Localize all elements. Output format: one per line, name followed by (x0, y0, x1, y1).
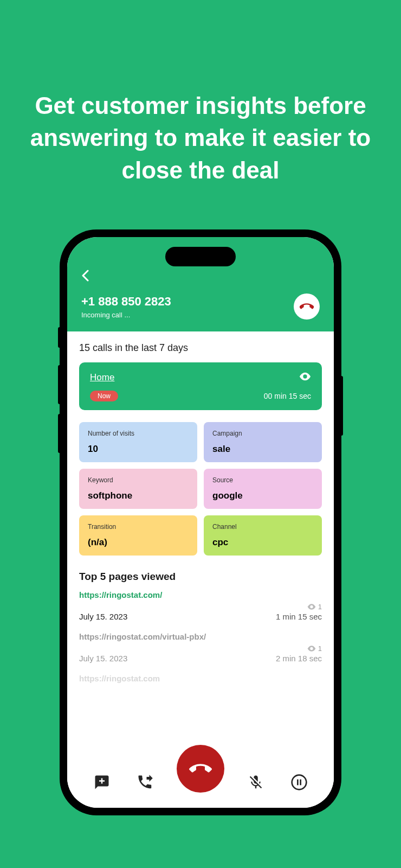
svg-rect-3 (300, 780, 301, 786)
stat-label: Channel (212, 523, 313, 531)
end-call-button[interactable] (177, 745, 224, 793)
insights-content: 15 calls in the last 7 days Home Now 00 … (67, 331, 334, 808)
stat-value: google (212, 490, 313, 501)
page-duration: 1 min 15 sec (276, 612, 322, 621)
call-bottom-bar (67, 760, 334, 808)
phone-power-button (341, 376, 343, 436)
svg-rect-2 (297, 780, 299, 786)
call-status: Incoming call ... (81, 311, 171, 319)
hold-button[interactable] (287, 770, 311, 794)
pause-circle-icon (290, 774, 308, 791)
stat-card-source: Source google (204, 469, 322, 509)
svg-point-0 (304, 375, 306, 378)
stat-value: cpc (212, 537, 313, 548)
stat-value: (n/a) (88, 537, 189, 548)
mute-button[interactable] (244, 770, 268, 794)
page-date: July 15. 2023 (79, 654, 127, 663)
phone-hangup-icon (189, 757, 212, 780)
add-note-button[interactable] (90, 770, 114, 794)
caller-info: +1 888 850 2823 Incoming call ... (81, 295, 171, 319)
mic-off-icon (248, 774, 264, 790)
eye-icon (307, 646, 316, 652)
stat-label: Campaign (212, 430, 313, 437)
decline-call-button[interactable] (294, 293, 320, 320)
call-forward-icon (137, 774, 153, 790)
page-views: 1 (276, 644, 322, 653)
page-url: https://ringostat.com/virtual-pbx/ (79, 632, 322, 641)
phone-notch (165, 247, 236, 266)
marketing-headline: Get customer insights before answering t… (0, 90, 401, 186)
phone-hangup-icon (300, 299, 314, 314)
live-duration: 00 min 15 sec (264, 392, 311, 400)
stat-label: Keyword (88, 476, 189, 484)
phone-volume-up (58, 365, 60, 404)
stat-value: softphone (88, 490, 189, 501)
page-date: July 15. 2023 (79, 612, 127, 621)
stats-grid: Number of visits 10 Campaign sale Keywor… (79, 422, 322, 556)
page-url: https://ringostat.com (79, 674, 322, 683)
eye-icon (307, 604, 316, 610)
phone-side-button (58, 327, 60, 348)
live-page-name: Home (90, 372, 114, 383)
message-plus-icon (94, 774, 110, 790)
page-url: https://ringostat.com/ (79, 590, 322, 599)
stat-card-keyword: Keyword softphone (79, 469, 197, 509)
page-duration: 2 min 18 sec (276, 654, 322, 663)
page-row[interactable]: https://ringostat.com/ July 15. 2023 1 1… (79, 590, 322, 621)
stat-label: Transition (88, 523, 189, 531)
phone-volume-down (58, 414, 60, 453)
stat-card-transition: Transition (n/a) (79, 515, 197, 556)
top-pages-title: Top 5 pages viewed (79, 571, 322, 583)
phone-device-frame: +1 888 850 2823 Incoming call ... 15 cal… (60, 229, 341, 815)
stat-label: Source (212, 476, 313, 484)
page-views: 1 (276, 603, 322, 611)
caller-phone-number: +1 888 850 2823 (81, 295, 171, 309)
live-page-card[interactable]: Home Now 00 min 15 sec (79, 362, 322, 410)
call-summary: 15 calls in the last 7 days (79, 342, 322, 354)
stat-card-visits: Number of visits 10 (79, 422, 197, 462)
stat-card-campaign: Campaign sale (204, 422, 322, 462)
app-screen: +1 888 850 2823 Incoming call ... 15 cal… (67, 237, 334, 808)
stat-label: Number of visits (88, 430, 189, 437)
now-badge: Now (90, 391, 118, 401)
stat-card-channel: Channel cpc (204, 515, 322, 556)
page-row[interactable]: https://ringostat.com (79, 674, 322, 683)
transfer-call-button[interactable] (133, 770, 157, 794)
svg-point-1 (292, 775, 307, 790)
back-button[interactable] (81, 270, 320, 284)
page-row[interactable]: https://ringostat.com/virtual-pbx/ July … (79, 632, 322, 663)
stat-value: sale (212, 444, 313, 455)
stat-value: 10 (88, 444, 189, 455)
eye-icon (299, 372, 311, 383)
